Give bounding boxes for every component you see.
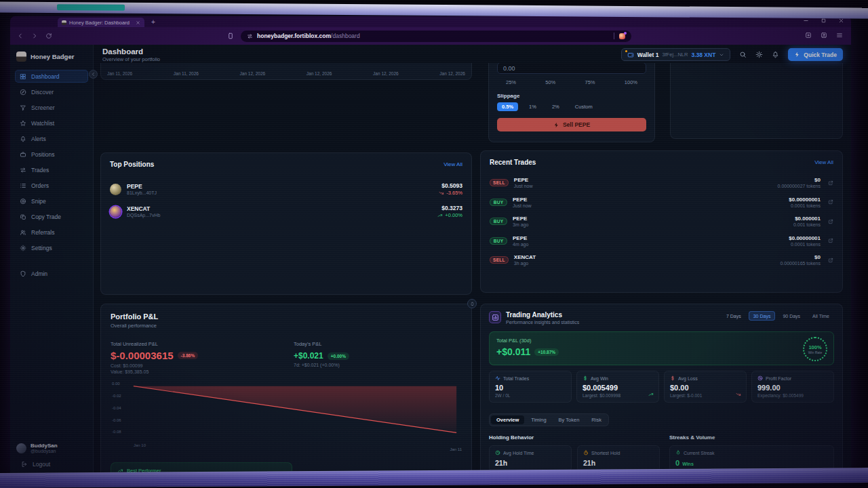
brand-name: Honey Badger bbox=[31, 53, 74, 60]
position-row[interactable]: PEPE 81Lxyb...40TJ $0.5093 -3.65% bbox=[110, 182, 462, 196]
user-profile[interactable]: BuddySan @buddysan bbox=[10, 437, 93, 456]
window-minimize-icon[interactable] bbox=[803, 18, 809, 24]
wallet-selector[interactable]: Wallet 1 3fFej...NLR 3.38 XNT bbox=[621, 48, 731, 61]
site-info-icon[interactable] bbox=[247, 33, 253, 39]
tab-favicon bbox=[62, 20, 66, 25]
trade-token: PEPE bbox=[514, 177, 533, 183]
search-button[interactable] bbox=[739, 51, 747, 58]
trade-row[interactable]: BUY PEPEJust now $0.000000010.0001 token… bbox=[490, 197, 833, 208]
percent-25-button[interactable]: 25% bbox=[506, 79, 516, 85]
slippage-option-2[interactable]: 2% bbox=[547, 102, 564, 111]
swap-arrows-icon bbox=[20, 167, 26, 174]
sidebar: Honey Badger Dashboard Discover Screener… bbox=[10, 45, 94, 476]
extensions-puzzle-icon[interactable] bbox=[805, 32, 812, 39]
percent-50-button[interactable]: 50% bbox=[545, 79, 555, 85]
sell-pill: SELL bbox=[490, 256, 509, 264]
trade-row[interactable]: BUY PEPE4m ago $0.000000010.0001 tokens bbox=[490, 235, 833, 247]
sidebar-item-referrals[interactable]: Referrals bbox=[15, 226, 88, 239]
trade-row[interactable]: SELL XENCAT3h ago $00.00000165 tokens bbox=[490, 254, 833, 266]
trade-token-qty: 0.0001 tokens bbox=[789, 203, 821, 208]
filter-7-days[interactable]: 7 Days bbox=[722, 311, 746, 321]
streak-value: 0 bbox=[675, 459, 679, 467]
sidebar-item-orders[interactable]: Orders bbox=[15, 179, 88, 192]
sidebar-item-copy-trade[interactable]: Copy Trade bbox=[15, 210, 88, 223]
window-maximize-icon[interactable] bbox=[821, 18, 827, 24]
sidebar-item-alerts[interactable]: Alerts bbox=[15, 132, 88, 145]
overview-line-chart[interactable] bbox=[107, 63, 465, 65]
sidebar-item-dashboard[interactable]: Dashboard bbox=[15, 70, 88, 83]
tab-overview[interactable]: Overview bbox=[491, 415, 524, 424]
trade-amount: $0.00000001 bbox=[789, 197, 821, 203]
sidebar-item-discover[interactable]: Discover bbox=[15, 85, 88, 98]
stat-sub: Expectancy: $0.005499 bbox=[757, 393, 828, 398]
quick-trade-button[interactable]: Quick Trade bbox=[788, 48, 843, 61]
sidebar-item-settings[interactable]: Settings bbox=[15, 241, 88, 254]
bookmark-icon[interactable] bbox=[227, 33, 234, 39]
external-link-icon[interactable] bbox=[828, 238, 833, 243]
view-all-trades-link[interactable]: View All bbox=[814, 159, 833, 165]
y-tick: -0.04 bbox=[112, 406, 121, 410]
top-positions-card: Top Positions View All PEPE 81Lxyb...40T… bbox=[100, 152, 472, 295]
filter-all-time[interactable]: All Time bbox=[808, 311, 834, 321]
extension-icon[interactable] bbox=[619, 33, 625, 39]
external-link-icon[interactable] bbox=[828, 199, 833, 205]
view-all-positions-link[interactable]: View All bbox=[443, 161, 462, 167]
sidebar-item-snipe[interactable]: Snipe bbox=[15, 195, 88, 207]
sidebar-item-trades[interactable]: Trades bbox=[15, 163, 88, 176]
sidebar-item-positions[interactable]: Positions bbox=[15, 148, 88, 161]
trade-row[interactable]: BUY PEPE3m ago $0.0000010.001 tokens bbox=[490, 216, 833, 227]
wallet-name: Wallet 1 bbox=[637, 52, 659, 58]
sell-pepe-button[interactable]: Sell PEPE bbox=[497, 118, 646, 131]
sidebar-item-watchlist[interactable]: Watchlist bbox=[15, 117, 88, 129]
tab-by-token[interactable]: By Token bbox=[553, 415, 585, 424]
trade-row[interactable]: SELL PEPEJust now $00.000000027 tokens bbox=[490, 177, 833, 188]
sidebar-item-screener[interactable]: Screener bbox=[15, 101, 88, 114]
xencat-token-avatar bbox=[110, 206, 121, 218]
x-tick: Jan 11, 2026 bbox=[174, 71, 199, 76]
slippage-option-custom[interactable]: Custom bbox=[570, 102, 597, 111]
slippage-option-05[interactable]: 0.5% bbox=[497, 102, 518, 111]
tab-risk[interactable]: Risk bbox=[586, 415, 607, 424]
tab-close-icon[interactable] bbox=[136, 20, 140, 25]
percent-100-button[interactable]: 100% bbox=[625, 79, 637, 85]
x-tick: Jan 10 bbox=[134, 443, 146, 447]
external-link-icon[interactable] bbox=[828, 180, 833, 186]
scroll-drag-handle[interactable] bbox=[467, 299, 477, 308]
browser-menu-icon[interactable] bbox=[836, 32, 843, 39]
reload-icon[interactable] bbox=[45, 33, 52, 39]
trend-down-icon bbox=[736, 392, 741, 397]
trade-token-qty: 0.000000027 tokens bbox=[778, 184, 821, 188]
window-close-icon[interactable] bbox=[838, 18, 844, 24]
external-link-icon[interactable] bbox=[828, 258, 833, 263]
pnl-area-chart[interactable]: 0.00 -0.02 -0.04 -0.06 -0.08 bbox=[111, 382, 462, 449]
filter-30-days[interactable]: 30 Days bbox=[749, 311, 776, 321]
win-rate-value: 100% bbox=[808, 344, 821, 350]
total-trades-stat: Total Trades 10 2W / 0L bbox=[489, 371, 572, 403]
sidebar-item-label: Settings bbox=[31, 245, 52, 251]
slippage-option-1[interactable]: 1% bbox=[524, 102, 541, 111]
sidebar-item-label: Positions bbox=[31, 151, 55, 158]
amount-input[interactable]: 0.00 bbox=[497, 63, 646, 74]
value-line: Value: $95,385.05 bbox=[111, 369, 294, 374]
back-icon[interactable] bbox=[17, 33, 24, 39]
trade-token: PEPE bbox=[513, 235, 528, 241]
filter-90-days[interactable]: 90 Days bbox=[778, 311, 805, 321]
sidebar-item-admin[interactable]: Admin bbox=[15, 267, 88, 280]
percent-75-button[interactable]: 75% bbox=[585, 79, 595, 85]
users-icon bbox=[20, 229, 26, 236]
win-rate-label: Win Rate bbox=[808, 350, 823, 354]
address-bar[interactable]: honeybadger.fortiblox.com/dashboard bbox=[241, 30, 631, 42]
new-tab-button[interactable]: + bbox=[151, 18, 155, 26]
browser-tab[interactable]: Honey Badger: Dashboard bbox=[58, 18, 144, 27]
external-link-icon[interactable] bbox=[828, 219, 833, 224]
total-pnl-change-badge: +10.87% bbox=[534, 348, 559, 356]
forward-icon[interactable] bbox=[31, 33, 38, 39]
position-row[interactable]: XENCAT DQSsAp...7vHb $0.3273 +0.00% bbox=[110, 205, 462, 218]
browser-profile-icon[interactable] bbox=[821, 32, 827, 39]
theme-toggle-button[interactable] bbox=[755, 51, 763, 58]
notifications-button[interactable] bbox=[772, 51, 779, 58]
list-icon bbox=[20, 182, 26, 189]
tab-timing[interactable]: Timing bbox=[526, 415, 551, 424]
sidebar-collapse-button[interactable] bbox=[89, 70, 98, 79]
analytics-chart-icon bbox=[489, 311, 501, 323]
